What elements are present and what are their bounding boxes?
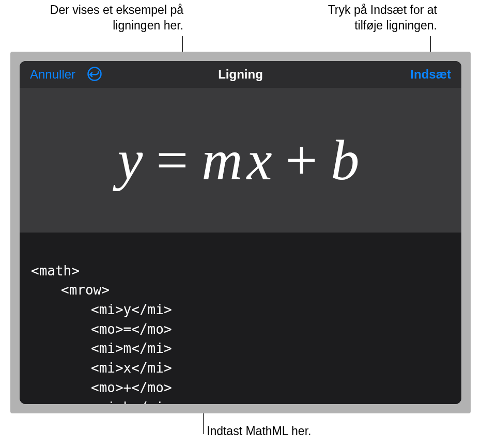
page-title: Ligning <box>218 67 263 82</box>
eq-var-y: y <box>117 129 147 192</box>
code-line: <mi>x</mi> <box>31 360 172 376</box>
header: Annuller Ligning Indsæt <box>20 61 461 88</box>
eq-var-b: b <box>331 129 364 192</box>
equation-editor-window: Annuller Ligning Indsæt y=mx+b <box>20 61 461 404</box>
insert-button[interactable]: Indsæt <box>410 67 451 82</box>
mathml-input[interactable]: <math> <mrow> <mi>y</mi> <mo>=</mo> <mi>… <box>20 233 461 404</box>
eq-op-equals: = <box>156 129 192 192</box>
rendered-equation: y=mx+b <box>117 128 363 193</box>
eq-var-x: x <box>247 129 276 192</box>
code-line: <mi>b</mi> <box>31 399 172 405</box>
device-frame: Annuller Ligning Indsæt y=mx+b <box>10 52 471 413</box>
code-line: <mi>y</mi> <box>31 302 172 317</box>
eq-op-plus: + <box>286 129 322 192</box>
code-line: <mi>m</mi> <box>31 341 172 356</box>
undo-button[interactable] <box>87 66 102 83</box>
eq-var-m: m <box>201 129 246 192</box>
callout-input: Indtast MathML her. <box>207 424 311 439</box>
mathml-code[interactable]: <math> <mrow> <mi>y</mi> <mo>=</mo> <mi>… <box>31 242 450 404</box>
header-left: Annuller <box>30 66 102 83</box>
callout-preview: Der vises et eksempel på ligningen her. <box>31 3 183 34</box>
cancel-button[interactable]: Annuller <box>30 67 75 82</box>
undo-icon <box>87 66 102 83</box>
code-line: <mo>=</mo> <box>31 321 172 337</box>
callout-insert: Tryk på Indsæt for at tilføje ligningen. <box>303 3 437 34</box>
code-line: <mrow> <box>31 282 110 298</box>
code-line: <math> <box>31 263 80 279</box>
equation-preview: y=mx+b <box>20 88 461 233</box>
code-line: <mo>+</mo> <box>31 380 172 395</box>
